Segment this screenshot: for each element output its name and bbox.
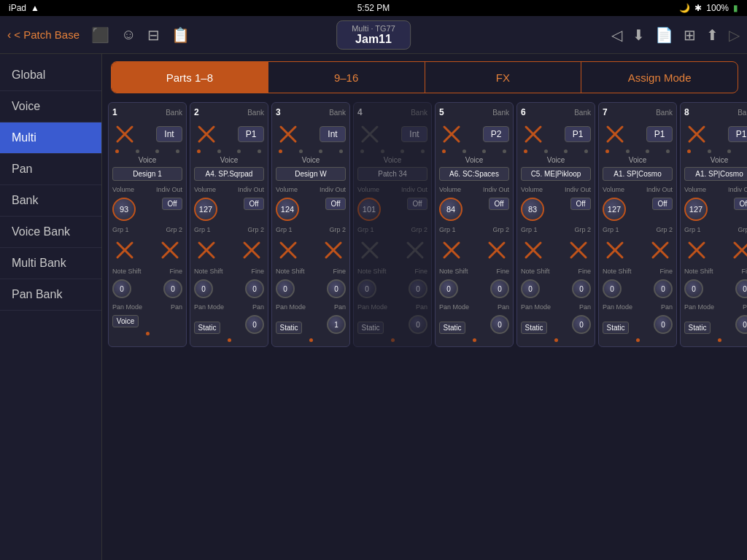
mute-button-3[interactable] <box>276 122 301 147</box>
grp2-button-6[interactable] <box>566 238 591 262</box>
pan-val-knob-7[interactable]: 0 <box>654 315 673 334</box>
volume-knob-5[interactable]: 84 <box>439 198 462 221</box>
fine-knob-5[interactable]: 0 <box>490 279 509 298</box>
fine-knob-2[interactable]: 0 <box>245 279 264 298</box>
fine-knob-8[interactable]: 0 <box>735 279 747 298</box>
grp2-button-2[interactable] <box>239 238 264 262</box>
mute-button-6[interactable] <box>521 122 546 147</box>
grp2-button-7[interactable] <box>648 238 673 262</box>
sidebar-item-pan-bank[interactable]: Pan Bank <box>0 279 101 311</box>
tab-parts-1-8[interactable]: Parts 1–8 <box>112 62 268 93</box>
volume-knob-7[interactable]: 127 <box>603 198 626 221</box>
note-shift-knob-3[interactable]: 0 <box>276 279 295 298</box>
bank-val-8[interactable]: P1 <box>728 126 747 142</box>
bank-val-1[interactable]: Int <box>156 126 182 142</box>
grp2-button-4[interactable] <box>403 238 427 262</box>
voice-name-4[interactable]: Patch 34 <box>357 167 427 181</box>
pan-type-val-3[interactable]: Static <box>276 322 302 334</box>
pan-val-knob-5[interactable]: 0 <box>490 315 509 334</box>
grp1-button-7[interactable] <box>603 238 627 262</box>
note-shift-knob-6[interactable]: 0 <box>521 279 540 298</box>
left-arrow-icon[interactable]: ◁ <box>611 26 622 44</box>
pan-type-val-6[interactable]: Static <box>521 322 547 334</box>
voice-name-5[interactable]: A6. SC:Spaces <box>439 167 509 181</box>
grp1-button-6[interactable] <box>521 238 546 262</box>
indiv-out-val-4[interactable]: Off <box>407 198 427 210</box>
back-button[interactable]: ‹ < Patch Base <box>7 28 80 42</box>
volume-knob-2[interactable]: 127 <box>194 198 217 221</box>
grp1-button-5[interactable] <box>439 238 464 262</box>
bank-val-6[interactable]: P1 <box>565 126 591 142</box>
pan-type-val-4[interactable]: Static <box>357 322 384 334</box>
emoji-icon[interactable]: ☺ <box>121 26 136 43</box>
indiv-out-val-2[interactable]: Off <box>244 198 264 210</box>
voice-name-6[interactable]: C5. ME|Pikloop <box>521 167 591 181</box>
pan-type-val-8[interactable]: Static <box>684 322 711 334</box>
volume-knob-6[interactable]: 83 <box>521 198 544 221</box>
mute-button-4[interactable] <box>357 122 382 147</box>
grp1-button-3[interactable] <box>276 238 301 262</box>
pan-val-knob-8[interactable]: 0 <box>735 315 747 334</box>
pan-type-val-1[interactable]: Voice <box>112 315 139 327</box>
right-arrow-icon[interactable]: ▷ <box>729 26 740 44</box>
grp1-button-2[interactable] <box>194 238 219 262</box>
note-shift-knob-1[interactable]: 0 <box>112 279 131 298</box>
volume-knob-8[interactable]: 127 <box>684 198 708 221</box>
download-icon[interactable]: ⬇ <box>632 26 645 44</box>
bank-val-2[interactable]: P1 <box>238 126 264 142</box>
mute-button-7[interactable] <box>603 122 627 147</box>
voice-name-8[interactable]: A1. SP|Cosmo <box>684 167 747 181</box>
bank-val-5[interactable]: P2 <box>483 126 509 142</box>
sidebar-item-multi[interactable]: Multi <box>0 122 101 154</box>
pan-type-val-2[interactable]: Static <box>194 322 220 334</box>
grp2-button-3[interactable] <box>321 238 346 262</box>
pan-type-val-7[interactable]: Static <box>603 322 629 334</box>
bank-val-7[interactable]: P1 <box>646 126 673 142</box>
fine-knob-4[interactable]: 0 <box>409 279 427 298</box>
fine-knob-6[interactable]: 0 <box>572 279 591 298</box>
sidebar-item-pan[interactable]: Pan <box>0 154 101 185</box>
pan-val-knob-3[interactable]: 1 <box>327 315 346 334</box>
share-icon[interactable]: ⬆ <box>706 26 719 44</box>
folder-icon[interactable]: ⬛ <box>91 26 109 44</box>
bank-val-3[interactable]: Int <box>320 126 346 142</box>
new-doc-icon[interactable]: 📄 <box>655 26 673 44</box>
note-shift-knob-5[interactable]: 0 <box>439 279 458 298</box>
indiv-out-val-3[interactable]: Off <box>325 198 346 210</box>
voice-name-1[interactable]: Design 1 <box>112 167 182 181</box>
fine-knob-3[interactable]: 0 <box>327 279 346 298</box>
fine-knob-1[interactable]: 0 <box>163 279 182 298</box>
note-shift-knob-8[interactable]: 0 <box>684 279 703 298</box>
note-shift-knob-4[interactable]: 0 <box>357 279 376 298</box>
grp2-button-1[interactable] <box>158 238 182 262</box>
sidebar-item-voice[interactable]: Voice <box>0 91 101 122</box>
pan-type-val-5[interactable]: Static <box>439 322 465 334</box>
grp1-button-1[interactable] <box>112 238 137 262</box>
note-shift-knob-7[interactable]: 0 <box>603 279 622 298</box>
tab-fx[interactable]: FX <box>425 62 581 93</box>
piano-icon[interactable]: ⊟ <box>147 26 160 44</box>
volume-knob-1[interactable]: 93 <box>112 198 136 221</box>
sidebar-item-global[interactable]: Global <box>0 60 101 91</box>
mute-button-5[interactable] <box>439 122 464 147</box>
indiv-out-val-8[interactable]: Off <box>734 198 747 210</box>
mute-button-8[interactable] <box>684 122 709 147</box>
note-shift-knob-2[interactable]: 0 <box>194 279 213 298</box>
indiv-out-val-6[interactable]: Off <box>570 198 591 210</box>
indiv-out-val-7[interactable]: Off <box>652 198 673 210</box>
fine-knob-7[interactable]: 0 <box>654 279 673 298</box>
mute-button-1[interactable] <box>112 122 137 147</box>
indiv-out-val-5[interactable]: Off <box>489 198 509 210</box>
bank-val-4[interactable]: Int <box>401 126 427 142</box>
tab-assign-mode[interactable]: Assign Mode <box>581 62 738 93</box>
grp2-button-5[interactable] <box>484 238 509 262</box>
mute-button-2[interactable] <box>194 122 219 147</box>
indiv-out-val-1[interactable]: Off <box>162 198 182 210</box>
sidebar-item-voice-bank[interactable]: Voice Bank <box>0 217 101 248</box>
compare-icon[interactable]: ⊞ <box>684 26 696 44</box>
grp1-button-4[interactable] <box>357 238 382 262</box>
voice-name-2[interactable]: A4. SP.Sqrpad <box>194 167 264 181</box>
grp1-button-8[interactable] <box>684 238 709 262</box>
pan-val-knob-4[interactable]: 0 <box>409 315 427 334</box>
pan-val-knob-6[interactable]: 0 <box>572 315 591 334</box>
